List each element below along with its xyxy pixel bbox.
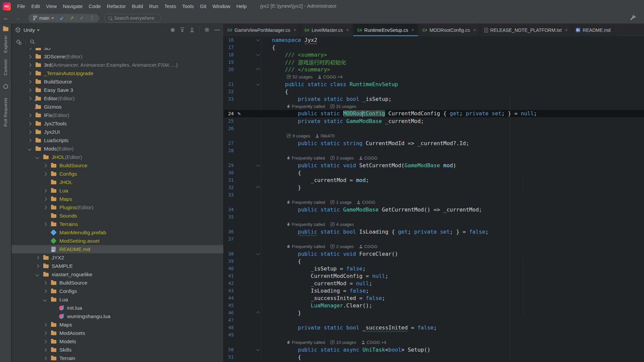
code-line-18[interactable]: 18 /// <summary> [224,51,644,58]
chevron-right-icon[interactable] [44,173,51,175]
tree-row-jyx2[interactable]: JYX2 [12,253,223,262]
tree-row-editor[interactable]: ▸Editor (Editor) [12,94,223,103]
chevron-right-icon[interactable] [28,80,36,83]
tree-row-sounds[interactable]: Sounds [12,212,223,220]
stripe-item-explorer[interactable]: Explorer [3,35,8,53]
code-line-21[interactable]: 21 public static class RuntimeEnvSetup [224,80,644,88]
menu-item-window[interactable]: Window [209,2,233,10]
menu-item-tools[interactable]: Tools [179,2,197,10]
chevron-right-icon[interactable] [28,139,36,142]
inlay-hint[interactable]: 0kk470 [316,133,335,138]
inlay-hint[interactable]: Frequently called [287,156,325,161]
close-icon[interactable]: × [565,27,568,33]
tree-row-3rd[interactable]: 3rd (Animancer, Animancer.Examples, Anim… [12,61,223,69]
code-line-17[interactable]: 17{ [224,44,644,51]
inlay-hint[interactable]: Frequently called [287,340,325,345]
tab-readme-md[interactable]: M↓README.md [572,24,615,36]
code-line-33[interactable]: 33 [224,191,644,198]
code-line-41[interactable]: 41 CurrentModConfig = null; [224,272,644,280]
inlay-hint[interactable]: CGGG [359,244,378,249]
menu-item-file[interactable]: File [14,2,28,10]
menu-item-tests[interactable]: Tests [161,2,179,10]
chevron-right-icon[interactable] [28,114,36,117]
code-line-50[interactable]: 50 public static async UniTask<bool> Set… [224,346,644,353]
menu-item-help[interactable]: Help [233,2,250,10]
inlay-hint[interactable]: Frequently called [287,222,325,227]
tree-row-lua[interactable]: Lua [12,186,223,195]
locate-icon[interactable]: ⊕ [170,27,175,33]
code-line-34[interactable]: 34 public static GameModBase GetCurrentM… [224,206,644,213]
tree-row-terrains[interactable]: Terrains [12,220,223,228]
chevron-right-icon[interactable] [36,265,43,267]
expand-all-icon[interactable] [180,27,185,33]
push-button[interactable]: ↗ [67,15,77,21]
code-line-45[interactable]: 45 LuaManager.Clear(); [224,302,644,309]
menu-item-build[interactable]: Build [129,2,146,10]
tree-row-3dscene[interactable]: 3DScene (Editor) [12,52,223,61]
code-line-30[interactable]: 30 { [224,169,644,176]
menu-item-edit[interactable]: Edit [28,2,43,10]
tab-levelmaster-cs[interactable]: C#LevelMaster.cs× [301,24,353,36]
code-line-29[interactable]: 29 public static void SetCurrentMod(Game… [224,162,644,169]
inlay-hint[interactable]: 3 usages [330,156,354,161]
chevron-right-icon[interactable] [28,55,36,58]
close-icon[interactable]: × [346,27,349,33]
tree-row-terrain[interactable]: Terrain [12,354,223,362]
chevron-down-icon[interactable] [36,273,43,276]
tree-row-gizmos[interactable]: ⚇Gizmos [12,103,223,111]
tree-row-xiastart-roguelike[interactable]: xiastart_roguelike [12,270,223,279]
code-line-43[interactable]: 43 IsLoading = false; [224,287,644,294]
chevron-right-icon[interactable] [44,164,51,167]
tree-row-configs[interactable]: Configs [12,287,223,295]
inlay-hint[interactable]: Frequently called [287,200,325,205]
inlay-hint[interactable]: 31 usages [330,104,356,109]
inlay-hint[interactable]: CGGG +4 [318,74,342,79]
chevron-right-icon[interactable] [28,89,36,92]
tree-row-wumingshangu-lua[interactable]: wumingshangu.lua [12,312,223,320]
tab-release-note-platform-txt[interactable]: RELEASE_NOTE_PLATFORM.txt× [480,24,572,36]
code-line-51[interactable]: 51 { [224,353,644,361]
code-line-20[interactable]: 20 /// </summary> [224,66,644,73]
code-line-23[interactable]: 23 private static bool _isSetup; [224,95,644,103]
tree-row-readme-md[interactable]: MDREADME.md [12,245,223,253]
code-line-24[interactable]: 24✎ public static MODRootConfig CurrentM… [224,110,644,117]
close-icon[interactable]: × [473,27,476,33]
search-icon[interactable] [30,39,35,45]
inlay-hint[interactable]: 2 usages [330,244,354,249]
inlay-hint[interactable]: Frequently called [287,244,325,249]
back-arrow-icon[interactable]: ← [0,15,12,21]
chevron-right-icon[interactable] [28,97,36,100]
tab-runtimeenvsetup-cs[interactable]: C#RuntimeEnvSetup.cs× [353,24,418,36]
tree-row-plugins[interactable]: Plugins (Editor) [12,203,223,212]
inlay-hint[interactable]: CGGG [357,200,375,205]
chevron-right-icon[interactable] [44,223,51,226]
chevron-right-icon[interactable] [44,357,51,360]
git-branch-button[interactable]: main [30,15,57,21]
inlay-hint[interactable]: 9 usages [287,133,310,138]
menu-item-navigate[interactable]: Navigate [60,2,86,10]
tree-row-luascripts[interactable]: LuaScripts [12,136,223,144]
inlay-hint[interactable]: CGGG [359,156,378,161]
tree-row-jyx2tools[interactable]: Jyx2Tools [12,119,223,128]
tree-row-jhol[interactable]: JHOL [12,178,223,186]
tree-row-mods[interactable]: Mods (Editor) [12,144,223,153]
more-actions-button[interactable]: ⋮ [87,15,97,21]
stripe-circle-icon[interactable] [3,84,8,89]
code-line-36[interactable]: 36 public static bool IsLoading { get; p… [224,228,644,235]
inlay-hint[interactable]: CGGG +4 [362,340,386,345]
chevron-down-icon[interactable] [44,298,51,301]
code-line-27[interactable]: 27 public static string CurrentModId => … [224,139,644,147]
forward-arrow-icon[interactable]: → [12,15,23,21]
chevron-right-icon[interactable] [28,72,36,75]
chevron-right-icon[interactable] [44,340,51,343]
code-editor[interactable]: 16namespace Jyx217{18 /// <summary>19 //… [223,36,644,362]
tree-row-3d[interactable]: 3D [12,48,223,52]
tree-row-models[interactable]: Models [12,337,223,346]
chevron-right-icon[interactable] [44,282,51,284]
tree-row-buildsource[interactable]: BuildSource [12,279,223,287]
chevron-right-icon[interactable] [28,64,36,66]
update-project-button[interactable]: ↙ [57,15,67,21]
code-line-32[interactable]: 32 } [224,184,644,191]
code-line-26[interactable]: 26 [224,125,644,132]
code-line-38[interactable]: 38 public static void ForceClear() [224,250,644,257]
